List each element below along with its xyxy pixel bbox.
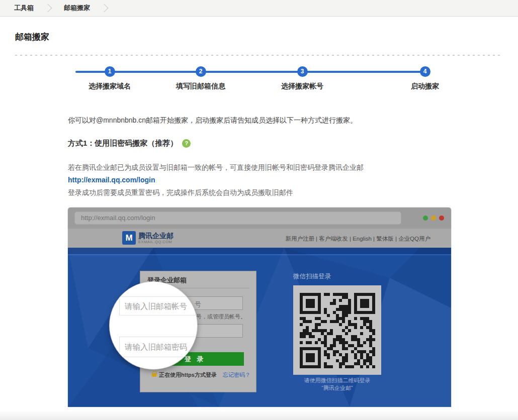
exmail-logo: M 腾讯企业邮 EXMAIL.QQ.COM <box>122 231 174 245</box>
step-2-badge: 2 <box>196 66 206 77</box>
step-3-badge: 3 <box>297 66 308 77</box>
qr-caption-line2: “腾讯企业邮” <box>293 384 381 392</box>
step-1-badge: 1 <box>105 66 115 77</box>
page-bottom-fade <box>0 410 518 420</box>
breadcrumb: 工具箱 邮箱搬家 <box>0 0 518 17</box>
step-2-label: 填写旧邮箱信息 <box>176 82 225 91</box>
https-notice: 正在使用https方式登录 <box>159 371 217 379</box>
method1-line1: 若在腾讯企业邮已为成员设置与旧邮箱一致的帐号，可直接使用旧帐号和旧密码登录腾讯企… <box>68 163 364 171</box>
method1-heading: 方式1：使用旧密码搬家（推荐） ? <box>68 139 191 148</box>
method1-heading-text: 方式1：使用旧密码搬家（推荐） <box>68 139 178 148</box>
step-4-badge: 4 <box>420 66 430 77</box>
exmail-header-links: 新用户注册 | 客户端收发 | English | 繁体版 | 企业QQ用户 <box>285 229 430 248</box>
step-3-choose-accounts: 3 选择搬家帐号 <box>281 66 323 91</box>
exmail-login-link[interactable]: http://exmail.qq.com/login <box>68 174 155 186</box>
exmail-header: M 腾讯企业邮 EXMAIL.QQ.COM 新用户注册 | 客户端收发 | En… <box>68 229 451 248</box>
help-icon[interactable]: ? <box>182 139 191 148</box>
step-1-label: 选择搬家域名 <box>89 82 131 91</box>
window-dot-red-icon <box>439 216 444 221</box>
login-screenshot-mockup: http://exmail.qq.com/login M 腾讯企业邮 EXMAI… <box>68 207 451 407</box>
step-3-label: 选择搬家帐号 <box>281 82 323 91</box>
method1-line2: 登录成功后需要成员重置密码，完成操作后系统会自动为成员搬取旧邮件 <box>68 188 293 196</box>
wechat-scan-title: 微信扫描登录 <box>293 272 331 281</box>
forgot-password-link: 忘记密码？ <box>223 371 250 379</box>
window-dot-yellow-icon <box>431 216 436 221</box>
account-hint-text: 帐号，或管理员帐号。 <box>191 313 246 321</box>
method1-body: 若在腾讯企业邮已为成员设置与旧邮箱一致的帐号，可直接使用旧帐号和旧密码登录腾讯企… <box>68 161 364 199</box>
qr-caption-line1: 请使用微信扫描二维码登录 <box>293 377 381 384</box>
chevron-right-icon <box>44 4 52 13</box>
exmail-logo-icon: M <box>122 231 136 245</box>
qr-code-canvas <box>293 285 381 375</box>
chevron-right-icon <box>100 4 109 13</box>
magnified-password-placeholder: 请输入旧邮箱密码 <box>119 337 197 357</box>
step-4-label: 启动搬家 <box>411 82 439 91</box>
browser-chrome-bar: http://exmail.qq.com/login <box>68 207 451 229</box>
breadcrumb-item-mail-migration[interactable]: 邮箱搬家 <box>64 4 90 13</box>
step-4-start-migration: 4 启动搬家 <box>411 66 439 91</box>
magnified-account-placeholder: 请输入旧邮箱帐号 <box>119 296 197 316</box>
https-lock-icon <box>152 373 156 377</box>
breadcrumb-item-toolbox[interactable]: 工具箱 <box>14 4 34 13</box>
exmail-logo-title: 腾讯企业邮 <box>138 232 174 240</box>
step-1-choose-domain: 1 选择搬家域名 <box>89 66 131 91</box>
magnifier-circle: 请输入旧邮箱帐号 请输入旧邮箱密码 <box>110 282 197 369</box>
page-title: 邮箱搬家 <box>15 31 49 43</box>
intro-text: 你可以对@mnnbnbnb.cn邮箱开始搬家，启动搬家后请告知成员选择以下一种方… <box>68 116 357 125</box>
window-dot-green-icon <box>423 216 428 221</box>
migration-stepper: 1 选择搬家域名 2 填写旧邮箱信息 3 选择搬家帐号 4 启动搬家 <box>0 66 518 96</box>
wechat-qr-code <box>293 285 381 375</box>
step-2-old-mailbox-info: 2 填写旧邮箱信息 <box>176 66 225 91</box>
browser-address-bar: http://exmail.qq.com/login <box>74 212 401 225</box>
dashed-divider <box>15 55 503 56</box>
exmail-logo-subtitle: EXMAIL.QQ.COM <box>138 240 174 244</box>
account-input-fragment: 号 <box>195 300 201 309</box>
